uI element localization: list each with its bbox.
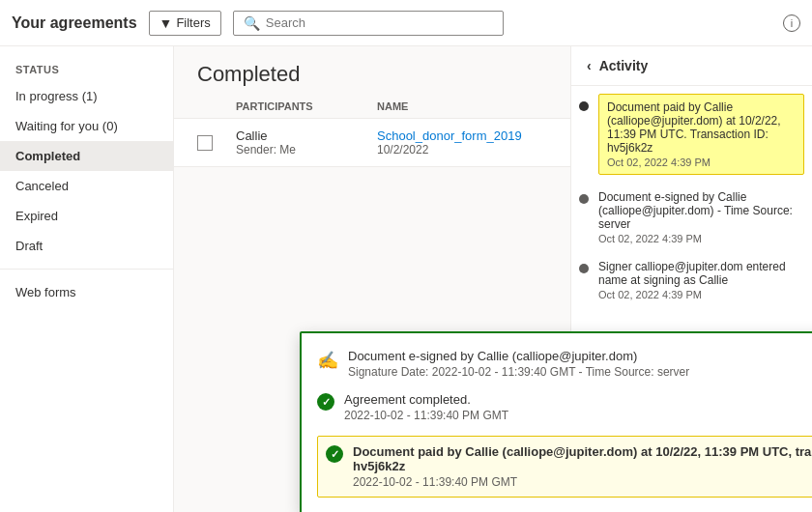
timeline-date-0: Oct 02, 2022 4:39 PM [607, 156, 796, 168]
back-arrow-icon[interactable]: ‹ [587, 58, 592, 73]
popup-item-1: ✓ Agreement completed. 2022-10-02 - 11:3… [317, 392, 812, 422]
sidebar-item-canceled[interactable]: Canceled [0, 171, 173, 201]
info-icon[interactable]: i [783, 14, 800, 32]
row-check-col [197, 135, 220, 151]
sidebar: STATUS In progress (1) Waiting for you (… [0, 46, 174, 512]
sidebar-section-label: STATUS [0, 58, 173, 81]
doc-date: 10/2/2022 [377, 143, 547, 156]
popup-text-1: Agreement completed. [344, 392, 508, 407]
popup-sub-0: Signature Date: 2022-10-02 - 11:39:40 GM… [348, 365, 689, 379]
activity-timeline: Document paid by Callie (calliope@jupite… [571, 86, 812, 327]
search-box[interactable]: 🔍 [233, 11, 504, 36]
timeline-dot-1 [579, 194, 589, 204]
sidebar-item-completed[interactable]: Completed [0, 141, 173, 171]
timeline-date-1: Oct 02, 2022 4:39 PM [598, 233, 804, 244]
doc-name[interactable]: School_donor_form_2019 [377, 128, 547, 143]
popup-overlay: ✍ Document e-signed by Callie (calliope@… [300, 331, 812, 512]
esign-icon: ✍ [317, 350, 338, 371]
popup-text-0: Document e-signed by Callie (calliope@ju… [348, 349, 689, 363]
agreements-header: Completed [174, 46, 570, 95]
sidebar-item-in-progress[interactable]: In progress (1) [0, 81, 173, 111]
timeline-content-2: Signer calliope@jupiter.dom entered name… [598, 260, 804, 300]
timeline-item-2: Signer calliope@jupiter.dom entered name… [579, 260, 804, 300]
sidebar-item-waiting-for-you[interactable]: Waiting for you (0) [0, 111, 173, 141]
table-header: PARTICIPANTS NAME [174, 95, 570, 119]
popup-item-2: ✓ Document paid by Callie (calliope@jupi… [317, 436, 812, 498]
filters-button[interactable]: ▼ Filters [149, 11, 221, 36]
timeline-text-0: Document paid by Callie (calliope@jupite… [607, 100, 781, 155]
check-circle-icon-1: ✓ [317, 393, 334, 411]
timeline-dot-2 [579, 264, 589, 273]
main-layout: STATUS In progress (1) Waiting for you (… [0, 46, 812, 512]
table-name-header: NAME [377, 100, 547, 112]
timeline-item-1: Document e-signed by Callie (calliope@ju… [579, 190, 804, 244]
filter-icon: ▼ [160, 15, 173, 31]
timeline-content-1: Document e-signed by Callie (calliope@ju… [598, 190, 804, 244]
activity-header: ‹ Activity [571, 46, 812, 86]
timeline-text-1: Document e-signed by Callie (calliope@ju… [598, 190, 793, 231]
popup-text-2: Document paid by Callie (calliope@jupite… [353, 444, 812, 473]
sidebar-item-draft[interactable]: Draft [0, 231, 173, 261]
activity-title: Activity [599, 58, 649, 73]
row-name: School_donor_form_2019 10/2/2022 [377, 128, 547, 156]
timeline-item-0: Document paid by Callie (calliope@jupite… [579, 98, 804, 175]
content-wrapper: Completed PARTICIPANTS NAME Callie Sende… [174, 46, 812, 512]
filters-label: Filters [176, 15, 210, 30]
timeline-dot-0 [579, 101, 589, 111]
row-checkbox[interactable] [197, 135, 213, 151]
popup-sub-2: 2022-10-02 - 11:39:40 PM GMT [353, 475, 812, 489]
search-icon: 🔍 [244, 15, 260, 31]
popup-sub-1: 2022-10-02 - 11:39:40 PM GMT [344, 409, 508, 422]
table-row[interactable]: Callie Sender: Me School_donor_form_2019… [174, 119, 570, 167]
sidebar-item-web-forms[interactable]: Web forms [0, 277, 173, 307]
page-title: Your agreements [12, 14, 137, 32]
table-participants-header: PARTICIPANTS [236, 100, 362, 112]
search-input[interactable] [266, 15, 493, 30]
row-participants: Callie Sender: Me [236, 128, 362, 156]
sidebar-divider [0, 269, 173, 270]
popup-item-2-content: Document paid by Callie (calliope@jupite… [353, 444, 812, 489]
participant-name: Callie [236, 128, 362, 143]
paid-check-icon: ✓ [326, 445, 343, 463]
timeline-content-0: Document paid by Callie (calliope@jupite… [598, 94, 804, 175]
header: Your agreements ▼ Filters 🔍 i [0, 0, 812, 46]
timeline-date-2: Oct 02, 2022 4:39 PM [598, 289, 804, 300]
participant-sub: Sender: Me [236, 143, 362, 156]
popup-item-1-content: Agreement completed. 2022-10-02 - 11:39:… [344, 392, 508, 422]
popup-item-0: ✍ Document e-signed by Callie (calliope@… [317, 349, 812, 379]
timeline-text-2: Signer calliope@jupiter.dom entered name… [598, 260, 786, 287]
popup-item-0-content: Document e-signed by Callie (calliope@ju… [348, 349, 689, 379]
sidebar-item-expired[interactable]: Expired [0, 201, 173, 231]
